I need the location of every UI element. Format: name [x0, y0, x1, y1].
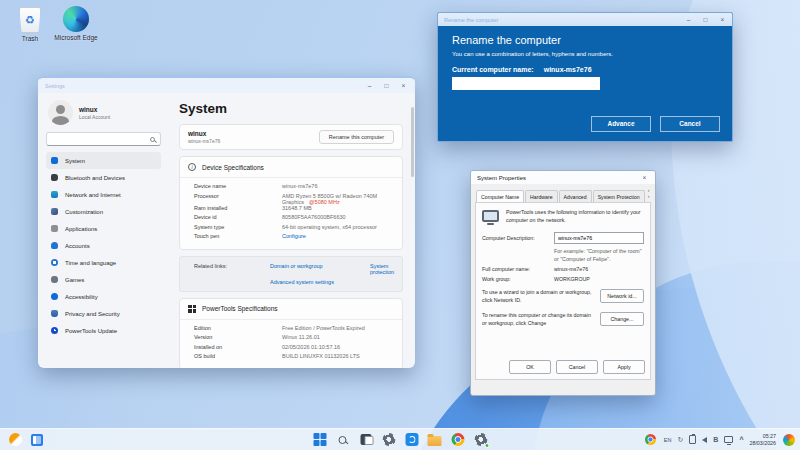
window-title: Rename the computer	[444, 17, 498, 23]
workgroup-value: WORKGROUP	[554, 276, 644, 282]
recycle-bin-icon	[19, 7, 41, 33]
start-button[interactable]	[313, 433, 327, 447]
rename-computer-dialog: Rename the computer – □ × Rename the com…	[437, 12, 733, 142]
desktop-icon-label: Trash	[6, 35, 54, 42]
change-button[interactable]: Change...	[600, 312, 644, 326]
search-button[interactable]	[336, 433, 350, 447]
sidebar-item-label: Bluetooth and Devices	[65, 175, 125, 181]
sidebar-item-time-and-language[interactable]: Time and language	[46, 254, 161, 271]
domain-or-workgroup-link[interactable]: Domain or workgroup	[270, 263, 370, 275]
advanced-system-settings-link[interactable]: Advanced system settings	[270, 279, 370, 285]
powertools-specifications-header[interactable]: PowerTools Specifications	[180, 299, 402, 320]
widgets-button[interactable]	[30, 433, 44, 447]
configure-touch-pen-link[interactable]: Configure	[282, 233, 394, 239]
display-icon[interactable]	[724, 436, 733, 443]
tab-system-protection[interactable]: System Protection	[593, 190, 645, 202]
task-view-button[interactable]	[359, 433, 373, 447]
powertools-app-button[interactable]	[474, 433, 488, 447]
spec-row: System type 64-bit operating system, x64…	[194, 224, 394, 234]
related-links: Related links: Domain or workgroup Syste…	[179, 256, 403, 292]
taskbar-clock[interactable]: 05:27 28/03/2026	[749, 433, 776, 447]
system-properties-titlebar[interactable]: System Properties ×	[471, 171, 655, 184]
settings-sidebar: winux Local Account System Bluetooth and…	[38, 93, 169, 368]
advance-button[interactable]: Advance	[591, 116, 651, 132]
sidebar-item-bluetooth-and-devices[interactable]: Bluetooth and Devices	[46, 169, 161, 186]
speaker-icon[interactable]	[702, 437, 707, 443]
chrome-icon	[645, 434, 656, 445]
taskbar: EN ↻ B ^ 05:27 28/03/2026	[0, 428, 800, 450]
search-input[interactable]	[46, 132, 161, 146]
sidebar-item-games[interactable]: Games	[46, 271, 161, 288]
close-button[interactable]: ×	[396, 80, 411, 91]
settings-app-button[interactable]	[382, 433, 396, 447]
maximize-button[interactable]: □	[379, 80, 394, 91]
network-id-button[interactable]: Network id...	[600, 289, 644, 303]
tray-chevron-up-icon[interactable]: ^	[739, 436, 743, 443]
computer-description-input[interactable]	[554, 232, 644, 244]
settings-titlebar[interactable]: Settings – □ ×	[38, 78, 415, 93]
current-name-label: Current computer name:	[452, 66, 534, 73]
gear-icon	[382, 433, 395, 446]
powertools-specifications-card: PowerTools Specifications Edition Free E…	[179, 298, 403, 369]
dialog-heading: Rename the computer	[452, 34, 718, 46]
copilot-icon	[783, 434, 795, 446]
device-specifications-header[interactable]: i Device Specifications	[180, 157, 402, 178]
ok-button[interactable]: OK	[509, 360, 551, 374]
tab-hardware[interactable]: Hardware	[525, 190, 558, 202]
weather-button[interactable]	[8, 433, 22, 447]
start-icon	[313, 433, 326, 446]
sidebar-item-accounts[interactable]: Accounts	[46, 237, 161, 254]
desktop-icon-edge[interactable]: Microsoft Edge	[52, 6, 100, 41]
section-title: Device Specifications	[202, 164, 264, 171]
maximize-button[interactable]: □	[698, 14, 713, 25]
copilot-button[interactable]	[782, 433, 796, 447]
desktop-icon-trash[interactable]: Trash	[6, 7, 54, 42]
desktop: Trash Microsoft Edge Settings – □ × winu…	[0, 0, 800, 450]
section-title: PowerTools Specifications	[202, 305, 278, 312]
system-properties-window: System Properties × Computer Name Hardwa…	[470, 170, 656, 396]
scrollbar[interactable]	[411, 97, 414, 357]
language-indicator[interactable]: EN	[664, 437, 672, 443]
window-title: Settings	[45, 83, 65, 89]
cancel-button[interactable]: Cancel	[660, 116, 720, 132]
sidebar-item-powertools-update[interactable]: PowerTools Update	[46, 322, 161, 339]
store-app-button[interactable]	[405, 433, 419, 447]
sidebar-item-customization[interactable]: Customization	[46, 203, 161, 220]
spec-row: Installed on 02/05/2026 01:10:57.16	[194, 344, 394, 354]
close-button[interactable]: ×	[715, 14, 730, 25]
applications-icon	[51, 225, 58, 232]
clipboard-icon[interactable]	[689, 435, 696, 444]
task-view-icon	[360, 434, 371, 445]
close-button[interactable]: ×	[637, 172, 652, 183]
sync-icon[interactable]: ↻	[677, 436, 683, 443]
network-id-text: To use a wizard to join a domain or work…	[482, 289, 594, 305]
cancel-button[interactable]: Cancel	[556, 360, 598, 374]
file-explorer-button[interactable]	[428, 433, 442, 447]
new-computer-name-input[interactable]	[452, 77, 600, 90]
chrome-app-button[interactable]	[451, 433, 465, 447]
account-summary[interactable]: winux Local Account	[46, 98, 161, 132]
sidebar-item-applications[interactable]: Applications	[46, 220, 161, 237]
sidebar-item-privacy-and-security[interactable]: Privacy and Security	[46, 305, 161, 322]
system-protection-link[interactable]: System protection	[370, 263, 394, 275]
related-links-label: Related links:	[194, 263, 270, 275]
tab-scroll-arrows[interactable]: ‹ ›	[648, 187, 652, 202]
privacy-icon	[51, 310, 58, 317]
scrollbar-thumb[interactable]	[411, 107, 414, 177]
user-name: winux	[79, 106, 110, 113]
intro-text: PowerTools uses the following informatio…	[506, 209, 644, 225]
chrome-tray-button[interactable]	[644, 433, 658, 447]
minimize-button[interactable]: –	[681, 14, 696, 25]
rename-computer-button[interactable]: Rename this computer	[319, 130, 394, 144]
settings-main-panel: System winux winux-ms7e76 Rename this co…	[169, 93, 415, 368]
rename-dialog-titlebar[interactable]: Rename the computer – □ ×	[438, 13, 732, 26]
spec-row: Version Winux 11.26.01	[194, 334, 394, 344]
tab-advanced[interactable]: Advanced	[559, 190, 592, 202]
minimize-button[interactable]: –	[362, 80, 377, 91]
sidebar-item-network-and-internet[interactable]: Network and Internet	[46, 186, 161, 203]
current-name-value: winux-ms7e76	[544, 66, 592, 73]
bluetooth-icon[interactable]: B	[713, 436, 718, 443]
sidebar-item-accessibility[interactable]: Accessibility	[46, 288, 161, 305]
sidebar-item-system[interactable]: System	[46, 152, 161, 169]
apply-button[interactable]: Apply	[603, 360, 645, 374]
